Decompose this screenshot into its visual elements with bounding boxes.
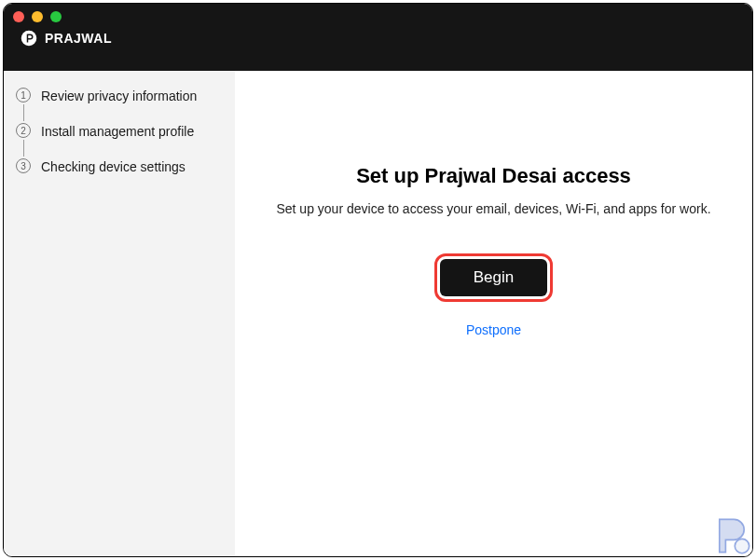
page-title: Set up Prajwal Desai access bbox=[356, 164, 631, 188]
sidebar: 1 Review privacy information 2 Install m… bbox=[4, 71, 235, 556]
main-panel: Set up Prajwal Desai access Set up your … bbox=[235, 71, 752, 556]
step-label: Checking device settings bbox=[41, 158, 186, 175]
brand-name: PRAJWAL bbox=[45, 31, 112, 46]
step-label: Review privacy information bbox=[41, 88, 197, 123]
app-window: PRAJWAL 1 Review privacy information 2 bbox=[3, 3, 753, 557]
begin-button[interactable]: Begin bbox=[440, 259, 547, 296]
step-list: 1 Review privacy information 2 Install m… bbox=[15, 88, 224, 175]
brand: PRAJWAL bbox=[4, 26, 752, 56]
titlebar: PRAJWAL bbox=[4, 4, 752, 71]
minimize-window-button[interactable] bbox=[32, 11, 43, 22]
content-body: 1 Review privacy information 2 Install m… bbox=[4, 71, 752, 556]
begin-highlight: Begin bbox=[434, 253, 553, 302]
step-item-1: 1 Review privacy information bbox=[15, 88, 224, 123]
postpone-link[interactable]: Postpone bbox=[466, 322, 521, 337]
step-label: Install management profile bbox=[41, 123, 194, 158]
step-number: 1 bbox=[16, 88, 31, 102]
brand-logo-icon bbox=[21, 30, 37, 47]
step-item-3: 3 Checking device settings bbox=[15, 158, 224, 175]
step-number: 2 bbox=[16, 123, 31, 138]
page-subtitle: Set up your device to access your email,… bbox=[276, 201, 710, 216]
close-window-button[interactable] bbox=[13, 11, 24, 22]
step-number: 3 bbox=[16, 158, 31, 173]
step-item-2: 2 Install management profile bbox=[15, 123, 224, 158]
maximize-window-button[interactable] bbox=[50, 11, 62, 22]
window-controls bbox=[4, 4, 752, 26]
